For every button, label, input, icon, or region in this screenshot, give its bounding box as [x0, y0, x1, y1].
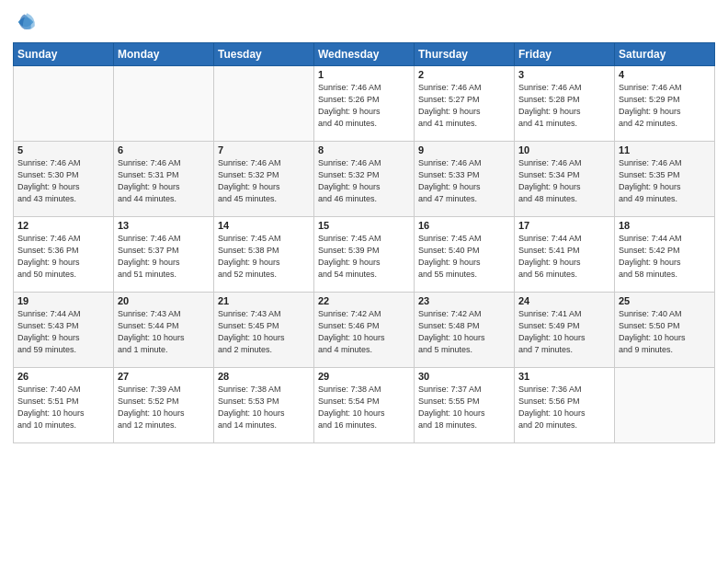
day-number: 11 — [619, 144, 711, 155]
calendar-cell: 23Sunrise: 7:42 AM Sunset: 5:48 PM Dayli… — [415, 293, 515, 368]
day-number: 20 — [118, 295, 210, 306]
day-content: Sunrise: 7:46 AM Sunset: 5:26 PM Dayligh… — [318, 82, 410, 130]
calendar-cell: 20Sunrise: 7:43 AM Sunset: 5:44 PM Dayli… — [114, 293, 214, 368]
day-content: Sunrise: 7:45 AM Sunset: 5:38 PM Dayligh… — [218, 233, 310, 281]
page-container: SundayMondayTuesdayWednesdayThursdayFrid… — [0, 0, 728, 563]
calendar-cell: 29Sunrise: 7:38 AM Sunset: 5:54 PM Dayli… — [314, 368, 415, 443]
calendar-cell: 18Sunrise: 7:44 AM Sunset: 5:42 PM Dayli… — [615, 217, 715, 293]
calendar-cell: 1Sunrise: 7:46 AM Sunset: 5:26 PM Daylig… — [314, 66, 415, 142]
weekday-header-saturday: Saturday — [615, 43, 715, 66]
weekday-header-thursday: Thursday — [415, 43, 515, 66]
day-content: Sunrise: 7:46 AM Sunset: 5:32 PM Dayligh… — [218, 157, 310, 205]
calendar-cell: 17Sunrise: 7:44 AM Sunset: 5:41 PM Dayli… — [515, 217, 615, 293]
calendar-cell: 6Sunrise: 7:46 AM Sunset: 5:31 PM Daylig… — [114, 142, 214, 217]
day-content: Sunrise: 7:46 AM Sunset: 5:29 PM Dayligh… — [619, 82, 711, 130]
calendar-cell: 27Sunrise: 7:39 AM Sunset: 5:52 PM Dayli… — [114, 368, 214, 443]
day-number: 19 — [17, 295, 109, 306]
day-content: Sunrise: 7:46 AM Sunset: 5:28 PM Dayligh… — [518, 82, 610, 130]
day-content: Sunrise: 7:38 AM Sunset: 5:54 PM Dayligh… — [318, 384, 410, 431]
calendar-week-3: 12Sunrise: 7:46 AM Sunset: 5:36 PM Dayli… — [14, 217, 715, 293]
day-content: Sunrise: 7:46 AM Sunset: 5:30 PM Dayligh… — [17, 157, 109, 205]
calendar-table: SundayMondayTuesdayWednesdayThursdayFrid… — [13, 42, 715, 443]
calendar-cell: 26Sunrise: 7:40 AM Sunset: 5:51 PM Dayli… — [14, 368, 114, 443]
calendar-week-2: 5Sunrise: 7:46 AM Sunset: 5:30 PM Daylig… — [14, 142, 715, 217]
day-content: Sunrise: 7:46 AM Sunset: 5:31 PM Dayligh… — [118, 157, 210, 205]
day-content: Sunrise: 7:46 AM Sunset: 5:36 PM Dayligh… — [17, 233, 109, 281]
calendar-cell: 14Sunrise: 7:45 AM Sunset: 5:38 PM Dayli… — [214, 217, 314, 293]
day-number: 18 — [619, 220, 711, 231]
day-content: Sunrise: 7:43 AM Sunset: 5:45 PM Dayligh… — [218, 308, 310, 356]
day-number: 5 — [17, 144, 109, 155]
day-number: 25 — [619, 295, 711, 306]
day-number: 6 — [118, 144, 210, 155]
calendar-cell: 4Sunrise: 7:46 AM Sunset: 5:29 PM Daylig… — [615, 66, 715, 142]
calendar-cell: 19Sunrise: 7:44 AM Sunset: 5:43 PM Dayli… — [14, 293, 114, 368]
day-content: Sunrise: 7:41 AM Sunset: 5:49 PM Dayligh… — [518, 308, 610, 356]
day-content: Sunrise: 7:42 AM Sunset: 5:48 PM Dayligh… — [418, 308, 510, 356]
day-number: 13 — [118, 220, 210, 231]
page-header — [13, 9, 715, 35]
day-number: 22 — [318, 295, 410, 306]
day-number: 2 — [418, 69, 510, 80]
weekday-header-wednesday: Wednesday — [314, 43, 415, 66]
calendar-cell — [14, 66, 114, 142]
calendar-cell: 31Sunrise: 7:36 AM Sunset: 5:56 PM Dayli… — [515, 368, 615, 443]
day-number: 24 — [518, 295, 610, 306]
day-number: 14 — [218, 220, 310, 231]
calendar-cell — [615, 368, 715, 443]
calendar-week-5: 26Sunrise: 7:40 AM Sunset: 5:51 PM Dayli… — [14, 368, 715, 443]
day-number: 17 — [518, 220, 610, 231]
day-content: Sunrise: 7:45 AM Sunset: 5:40 PM Dayligh… — [418, 233, 510, 281]
day-content: Sunrise: 7:44 AM Sunset: 5:41 PM Dayligh… — [518, 233, 610, 281]
weekday-header-row: SundayMondayTuesdayWednesdayThursdayFrid… — [14, 43, 715, 66]
day-content: Sunrise: 7:45 AM Sunset: 5:39 PM Dayligh… — [318, 233, 410, 281]
weekday-header-tuesday: Tuesday — [214, 43, 314, 66]
day-content: Sunrise: 7:46 AM Sunset: 5:27 PM Dayligh… — [418, 82, 510, 130]
day-content: Sunrise: 7:40 AM Sunset: 5:50 PM Dayligh… — [619, 308, 711, 356]
calendar-cell: 2Sunrise: 7:46 AM Sunset: 5:27 PM Daylig… — [415, 66, 515, 142]
day-number: 21 — [218, 295, 310, 306]
day-number: 28 — [218, 371, 310, 382]
logo — [13, 9, 42, 35]
calendar-cell — [114, 66, 214, 142]
calendar-cell: 11Sunrise: 7:46 AM Sunset: 5:35 PM Dayli… — [615, 142, 715, 217]
calendar-cell — [214, 66, 314, 142]
calendar-week-1: 1Sunrise: 7:46 AM Sunset: 5:26 PM Daylig… — [14, 66, 715, 142]
calendar-cell: 28Sunrise: 7:38 AM Sunset: 5:53 PM Dayli… — [214, 368, 314, 443]
day-content: Sunrise: 7:44 AM Sunset: 5:43 PM Dayligh… — [17, 308, 109, 356]
weekday-header-sunday: Sunday — [14, 43, 114, 66]
day-content: Sunrise: 7:46 AM Sunset: 5:35 PM Dayligh… — [619, 157, 711, 205]
calendar-cell: 25Sunrise: 7:40 AM Sunset: 5:50 PM Dayli… — [615, 293, 715, 368]
day-content: Sunrise: 7:37 AM Sunset: 5:55 PM Dayligh… — [418, 384, 510, 431]
day-number: 7 — [218, 144, 310, 155]
day-number: 12 — [17, 220, 109, 231]
calendar-cell: 22Sunrise: 7:42 AM Sunset: 5:46 PM Dayli… — [314, 293, 415, 368]
day-number: 31 — [518, 371, 610, 382]
day-content: Sunrise: 7:43 AM Sunset: 5:44 PM Dayligh… — [118, 308, 210, 356]
calendar-week-4: 19Sunrise: 7:44 AM Sunset: 5:43 PM Dayli… — [14, 293, 715, 368]
calendar-cell: 13Sunrise: 7:46 AM Sunset: 5:37 PM Dayli… — [114, 217, 214, 293]
day-number: 29 — [318, 371, 410, 382]
day-content: Sunrise: 7:46 AM Sunset: 5:34 PM Dayligh… — [518, 157, 610, 205]
weekday-header-friday: Friday — [515, 43, 615, 66]
day-number: 4 — [619, 69, 711, 80]
calendar-cell: 9Sunrise: 7:46 AM Sunset: 5:33 PM Daylig… — [415, 142, 515, 217]
calendar-cell: 3Sunrise: 7:46 AM Sunset: 5:28 PM Daylig… — [515, 66, 615, 142]
day-content: Sunrise: 7:44 AM Sunset: 5:42 PM Dayligh… — [619, 233, 711, 281]
day-number: 30 — [418, 371, 510, 382]
day-number: 9 — [418, 144, 510, 155]
day-number: 10 — [518, 144, 610, 155]
day-content: Sunrise: 7:46 AM Sunset: 5:33 PM Dayligh… — [418, 157, 510, 205]
day-number: 15 — [318, 220, 410, 231]
day-number: 1 — [318, 69, 410, 80]
calendar-cell: 24Sunrise: 7:41 AM Sunset: 5:49 PM Dayli… — [515, 293, 615, 368]
calendar-cell: 5Sunrise: 7:46 AM Sunset: 5:30 PM Daylig… — [14, 142, 114, 217]
calendar-cell: 10Sunrise: 7:46 AM Sunset: 5:34 PM Dayli… — [515, 142, 615, 217]
day-content: Sunrise: 7:36 AM Sunset: 5:56 PM Dayligh… — [518, 384, 610, 431]
day-number: 23 — [418, 295, 510, 306]
day-number: 3 — [518, 69, 610, 80]
day-number: 26 — [17, 371, 109, 382]
day-content: Sunrise: 7:46 AM Sunset: 5:32 PM Dayligh… — [318, 157, 410, 205]
logo-icon — [13, 9, 39, 35]
calendar-cell: 16Sunrise: 7:45 AM Sunset: 5:40 PM Dayli… — [415, 217, 515, 293]
